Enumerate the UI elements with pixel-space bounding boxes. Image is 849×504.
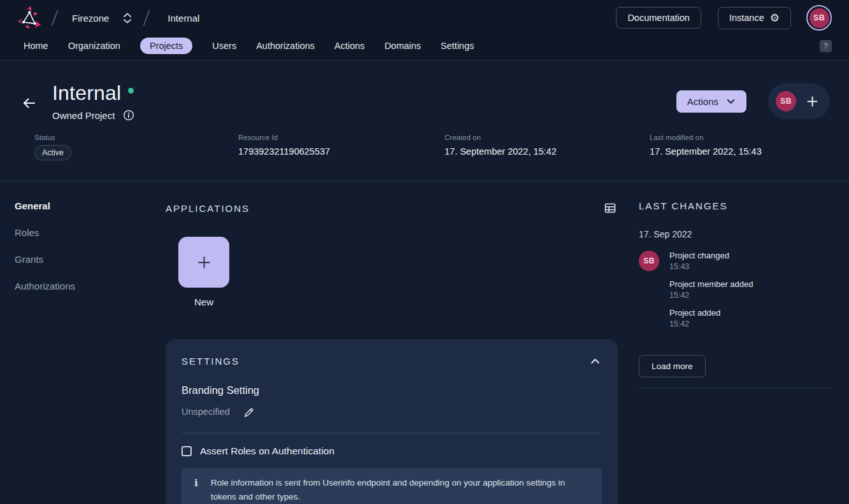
last-changes-panel: LAST CHANGES 17. Sep 2022 SB Project cha… — [639, 200, 830, 504]
assert-roles-checkbox[interactable] — [182, 446, 192, 456]
breadcrumb-project[interactable]: Internal — [168, 13, 199, 24]
nav-item-home[interactable]: Home — [24, 41, 48, 51]
applications-section-title: APPLICATIONS — [166, 203, 250, 214]
page-subtitle: Owned Project — [52, 110, 115, 121]
plus-icon — [197, 255, 211, 270]
back-arrow-icon — [21, 95, 37, 111]
change-event-time: 15:42 — [669, 291, 753, 300]
changes-date: 17. Sep 2022 — [639, 229, 830, 239]
documentation-button[interactable]: Documentation — [616, 7, 701, 29]
member-avatar: SB — [776, 91, 796, 111]
project-side-nav: General Roles Grants Authorizations — [0, 200, 166, 504]
branding-setting-value: Unspecified — [182, 407, 230, 417]
sidebar-item-general[interactable]: General — [15, 200, 166, 211]
change-event-label: Project added — [669, 308, 753, 318]
change-event-time: 15:42 — [669, 319, 753, 328]
nav-item-settings[interactable]: Settings — [441, 41, 474, 51]
change-event-time: 15:43 — [669, 262, 753, 271]
info-icon: ℹ — [182, 476, 211, 491]
change-event-label: Project member added — [669, 279, 753, 289]
sidebar-item-grants[interactable]: Grants — [15, 254, 166, 265]
nav-item-users[interactable]: Users — [212, 41, 236, 51]
last-modified-label: Last modified on — [650, 134, 762, 141]
change-event-label: Project changed — [669, 251, 753, 260]
branding-setting-label: Branding Setting — [182, 384, 602, 396]
created-on-value: 17. September 2022, 15:42 — [445, 146, 650, 157]
gear-icon: ⚙ — [770, 13, 780, 24]
sidebar-item-roles[interactable]: Roles — [15, 227, 166, 238]
list-view-toggle-button[interactable] — [603, 200, 618, 216]
last-changes-divider — [639, 388, 830, 388]
new-application-label: New — [194, 297, 213, 307]
avatar: SB — [810, 8, 829, 28]
new-application-plus-area[interactable] — [178, 237, 229, 288]
created-on-label: Created on — [445, 134, 650, 141]
nav-item-projects[interactable]: Projects — [140, 38, 192, 54]
project-meta-row: Status Active Resource Id 17939232119062… — [17, 121, 830, 160]
breadcrumb-slash — [52, 10, 59, 25]
assert-roles-row[interactable]: Assert Roles on Authentication — [182, 445, 602, 457]
settings-section-title: SETTINGS — [182, 356, 239, 367]
project-header: Internal Owned Project Actions SB — [0, 60, 849, 181]
nav-item-authorizations[interactable]: Authorizations — [256, 41, 315, 51]
instance-label: Instance — [729, 13, 764, 23]
user-avatar-button[interactable]: SB — [806, 5, 832, 31]
change-event: Project member added 15:42 — [669, 279, 753, 300]
info-icon[interactable] — [123, 109, 134, 121]
breadcrumb-org-label: Firezone — [72, 13, 109, 24]
chevron-up-icon — [590, 356, 601, 367]
breadcrumb-org-selector[interactable]: Firezone — [72, 13, 132, 24]
status-badge: Active — [34, 145, 71, 160]
change-event: Project changed 15:43 — [669, 251, 753, 271]
org-switcher-icon — [123, 13, 132, 24]
new-application-tile[interactable]: New — [178, 237, 229, 307]
change-event: Project added 15:42 — [669, 308, 753, 328]
page-title: Internal — [52, 81, 121, 105]
help-button[interactable]: ? — [820, 40, 832, 52]
settings-card: SETTINGS Branding Setting Unspecified — [166, 339, 618, 504]
resource-id-label: Resource Id — [238, 134, 445, 141]
nav-item-organization[interactable]: Organization — [68, 41, 120, 51]
roles-info-text: Role information is sent from Userinfo e… — [211, 476, 580, 503]
pencil-icon — [243, 406, 254, 417]
nav-item-domains[interactable]: Domains — [385, 41, 421, 51]
active-status-dot — [128, 88, 134, 94]
edit-branding-button[interactable] — [241, 405, 255, 419]
table-icon — [604, 202, 617, 214]
main-column: APPLICATIONS New SETTINGS — [166, 200, 618, 504]
collapse-settings-button[interactable] — [589, 354, 602, 368]
back-button[interactable] — [17, 92, 41, 115]
roles-info-box: ℹ Role information is sent from Userinfo… — [182, 468, 602, 504]
load-more-button[interactable]: Load more — [639, 355, 706, 377]
nav-item-actions[interactable]: Actions — [334, 41, 365, 51]
status-label: Status — [34, 134, 238, 141]
resource-id-value: 179392321190625537 — [238, 146, 445, 157]
assert-roles-label[interactable]: Assert Roles on Authentication — [200, 445, 334, 457]
add-member-button[interactable] — [805, 94, 820, 109]
actions-label: Actions — [687, 96, 718, 107]
instance-button[interactable]: Instance ⚙ — [718, 7, 791, 29]
last-changes-title: LAST CHANGES — [639, 200, 728, 211]
breadcrumb-slash — [143, 10, 150, 25]
main-nav: Home Organization Projects Users Authori… — [0, 36, 849, 60]
last-modified-value: 17. September 2022, 15:43 — [650, 146, 762, 157]
top-header-bar: Firezone Internal Documentation Instance… — [0, 0, 849, 36]
sidebar-item-authorizations[interactable]: Authorizations — [15, 281, 166, 291]
documentation-label: Documentation — [627, 13, 690, 23]
settings-divider — [182, 433, 602, 433]
actions-dropdown-button[interactable]: Actions — [676, 90, 746, 113]
zitadel-logo-icon[interactable] — [17, 4, 41, 31]
project-members-button[interactable]: SB — [768, 83, 830, 119]
change-author-avatar: SB — [639, 251, 659, 271]
plus-icon — [806, 95, 818, 108]
chevron-down-icon — [726, 97, 736, 106]
